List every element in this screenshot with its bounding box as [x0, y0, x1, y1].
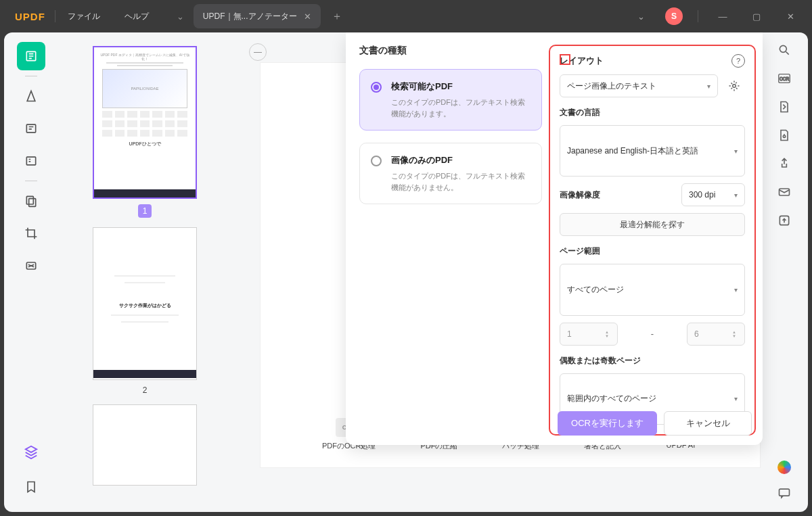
- collapse-panel-icon[interactable]: —: [249, 43, 267, 61]
- thumbnail-page-3[interactable]: [93, 404, 197, 486]
- document-tab[interactable]: UPDF｜無...アノテーター ✕: [194, 4, 321, 28]
- edit-text-icon[interactable]: [17, 114, 45, 143]
- svg-point-6: [780, 45, 786, 52]
- radio-icon: [371, 82, 382, 93]
- page-range-heading: ページ範囲: [560, 245, 745, 257]
- svg-rect-4: [29, 199, 36, 207]
- layers-icon[interactable]: [17, 438, 45, 466]
- chat-icon[interactable]: [776, 485, 792, 501]
- share-icon[interactable]: [776, 156, 792, 172]
- page-range-select[interactable]: すべてのページ: [560, 264, 745, 315]
- cancel-button[interactable]: キャンセル: [664, 411, 752, 436]
- window-close-icon[interactable]: ✕: [781, 11, 800, 22]
- ocr-layout-panel: レイアウト ? ページ画像上のテキスト 文書の言語 Japanese and E…: [549, 45, 756, 436]
- ocr-icon[interactable]: OCR: [776, 70, 792, 87]
- svg-point-9: [783, 135, 785, 137]
- radio-icon: [371, 156, 382, 166]
- tab-dropdown-icon[interactable]: ⌄: [168, 4, 194, 28]
- organize-pages-icon[interactable]: [17, 187, 45, 215]
- tab-close-icon[interactable]: ✕: [304, 11, 311, 22]
- ai-icon[interactable]: [776, 459, 792, 475]
- svg-rect-3: [26, 196, 33, 204]
- parity-heading: 偶数または奇数ページ: [560, 355, 745, 367]
- gear-icon[interactable]: [723, 75, 745, 97]
- reader-mode-icon[interactable]: [17, 42, 45, 70]
- layout-select[interactable]: ページ画像上のテキスト: [560, 74, 718, 97]
- doc-type-heading: 文書の種類: [359, 45, 542, 57]
- optimal-resolution-button[interactable]: 最適分解能を探す: [560, 213, 745, 236]
- menu-file[interactable]: ファイル: [55, 11, 112, 22]
- thumbnail-page-2[interactable]: サクサク作業がはかどる: [93, 227, 197, 380]
- form-icon[interactable]: [17, 147, 45, 175]
- bookmark-icon[interactable]: [17, 473, 45, 501]
- avatar[interactable]: S: [665, 7, 683, 25]
- window-maximize-icon[interactable]: ▢: [747, 11, 766, 22]
- title-bar: UPDF ファイル ヘルプ ⌄ UPDF｜無...アノテーター ✕ ＋ ⌄ S …: [0, 0, 812, 32]
- page-number-1: 1: [138, 204, 152, 218]
- redact-icon[interactable]: [17, 252, 45, 280]
- thumbnail-page-1[interactable]: UPDF PDF エディタ｜高精度でシームレスに編集、AIで強化！ PAPILI…: [93, 46, 197, 199]
- resolution-select[interactable]: 300 dpi: [681, 183, 745, 206]
- ocr-settings-modal: 文書の種類 検索可能なPDF このタイプのPDFは、フルテキスト検索機能がありま…: [346, 32, 763, 445]
- svg-point-13: [733, 85, 736, 88]
- tab-add-button[interactable]: ＋: [326, 5, 348, 27]
- page-range-from-input[interactable]: 1▲▼: [560, 323, 618, 346]
- compress-icon[interactable]: [776, 99, 792, 115]
- language-select[interactable]: Japanese and English-日本語と英語: [560, 125, 745, 177]
- app-logo: UPDF: [5, 11, 55, 22]
- page-number-2: 2: [143, 385, 148, 395]
- run-ocr-button[interactable]: OCRを実行します: [558, 411, 657, 436]
- chevron-down-icon[interactable]: ⌄: [631, 11, 650, 22]
- annotate-icon[interactable]: [17, 82, 45, 110]
- protect-icon[interactable]: [776, 127, 792, 143]
- help-icon[interactable]: ?: [731, 54, 745, 68]
- svg-rect-12: [780, 489, 790, 496]
- language-heading: 文書の言語: [560, 107, 745, 118]
- doc-type-searchable[interactable]: 検索可能なPDF このタイプのPDFは、フルテキスト検索機能があります。: [359, 69, 542, 131]
- thumbnail-panel: UPDF PDF エディタ｜高精度でシームレスに編集、AIで強化！ PAPILI…: [58, 32, 241, 512]
- menu-help[interactable]: ヘルプ: [112, 11, 161, 22]
- export-icon[interactable]: [776, 212, 792, 229]
- doc-type-image-only[interactable]: 画像のみのPDF このタイプのPDFは、フルテキスト検索機能がありません。: [359, 143, 542, 204]
- crop-icon[interactable]: [17, 219, 45, 248]
- mail-icon[interactable]: [776, 184, 792, 200]
- svg-rect-2: [26, 157, 35, 165]
- tab-title: UPDF｜無...アノテーター: [203, 11, 297, 22]
- right-tool-rail: OCR: [761, 32, 808, 512]
- page-range-to-input[interactable]: 6▲▼: [687, 323, 745, 346]
- range-dash: -: [625, 329, 680, 339]
- search-icon[interactable]: [776, 42, 792, 58]
- left-tool-rail: [4, 32, 58, 512]
- svg-text:OCR: OCR: [780, 76, 790, 81]
- layout-heading: レイアウト: [560, 55, 604, 67]
- resolution-heading: 画像解像度: [560, 189, 600, 201]
- window-minimize-icon[interactable]: —: [713, 11, 732, 22]
